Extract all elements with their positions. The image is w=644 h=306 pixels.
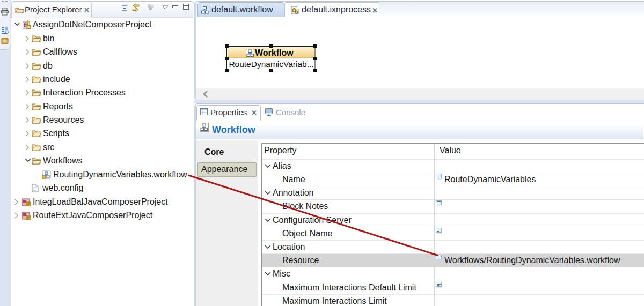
svg-text:N: N <box>28 26 30 29</box>
